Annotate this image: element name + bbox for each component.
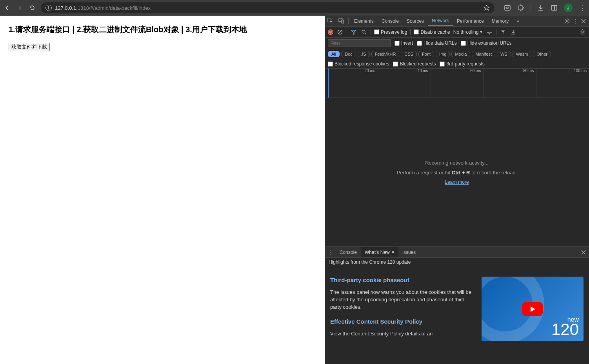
tab-elements[interactable]: Elements — [350, 16, 378, 26]
tab-performance[interactable]: Performance — [453, 16, 488, 26]
disable-cache-checkbox[interactable]: Disable cache — [414, 29, 450, 35]
hide-extension-urls-checkbox[interactable]: Hide extension URLs — [461, 40, 512, 46]
search-icon[interactable] — [360, 29, 367, 36]
timeline-tick: 60 ms — [431, 69, 484, 76]
drawer-tab-console[interactable]: Console — [336, 247, 361, 257]
address-bar[interactable]: i 127.0.0.1:1818/#/admin/data-backfill/i… — [41, 2, 494, 13]
blocked-cookies-checkbox[interactable]: Blocked response cookies — [328, 61, 389, 67]
network-timeline[interactable]: 20 ms 40 ms 60 ms 80 ms 100 ms — [325, 69, 589, 98]
page-title: 1.请求服务端接口 | 2.获取二进制文件流Blob对象 | 3.用户下载到本地 — [9, 24, 316, 35]
timeline-tick: 100 ms — [536, 69, 589, 76]
profile-avatar[interactable]: J — [564, 4, 573, 12]
chip-wasm[interactable]: Wasm — [513, 51, 532, 57]
inspect-element-icon[interactable] — [325, 16, 336, 26]
forward-button[interactable] — [16, 4, 24, 12]
extensions-icon[interactable] — [517, 4, 524, 11]
tab-sources[interactable]: Sources — [403, 16, 428, 26]
drawer-tab-issues[interactable]: Issues — [398, 247, 420, 257]
preserve-log-checkbox[interactable]: Preserve log — [374, 29, 407, 35]
back-button[interactable] — [3, 4, 11, 12]
drawer-body: Third-party cookie phaseout The Issues p… — [325, 267, 589, 364]
side-panel-icon[interactable] — [551, 4, 558, 11]
svg-rect-6 — [342, 20, 344, 23]
separator — [410, 29, 411, 35]
devtools-menu-icon[interactable]: ⋮ — [573, 18, 578, 24]
more-tabs-icon[interactable]: » — [513, 16, 523, 26]
bookmark-star-icon[interactable] — [484, 5, 490, 11]
chip-doc[interactable]: Doc — [341, 51, 356, 57]
page-viewport: 1.请求服务端接口 | 2.获取二进制文件流Blob对象 | 3.用户下载到本地… — [0, 16, 325, 364]
svg-point-7 — [566, 20, 568, 22]
tab-memory[interactable]: Memory — [488, 16, 513, 26]
lens-icon[interactable] — [504, 4, 511, 11]
network-request-list: Recording network activity... Perform a … — [325, 98, 589, 246]
chip-ws[interactable]: WS — [497, 51, 511, 57]
section2-title[interactable]: Effective Content Security Policy — [330, 318, 474, 325]
download-file-button[interactable]: 获取文件并下载 — [9, 43, 50, 51]
chip-js[interactable]: JS — [358, 51, 370, 57]
devtools-drawer: ⋮ Console What's New✕ Issues Highlights … — [325, 246, 589, 364]
drawer-tab-whats-new[interactable]: What's New✕ — [361, 247, 398, 257]
invert-checkbox[interactable]: Invert — [394, 40, 413, 46]
separator — [371, 29, 371, 35]
svg-point-12 — [489, 34, 490, 34]
drawer-menu-icon[interactable]: ⋮ — [325, 247, 336, 257]
filter-type-chips: All Doc JS Fetch/XHR CSS Font Img Media … — [328, 51, 551, 57]
tab-console[interactable]: Console — [378, 16, 403, 26]
third-party-checkbox[interactable]: 3rd-party requests — [440, 61, 484, 67]
chip-other[interactable]: Other — [533, 51, 551, 57]
timeline-tick: 80 ms — [483, 69, 536, 76]
tab-network[interactable]: Network — [428, 16, 453, 26]
recording-hint: Perform a request or hit Ctrl + R to rec… — [397, 170, 517, 176]
svg-rect-0 — [505, 5, 510, 10]
devtools-panel: Elements Console Sources Network Perform… — [325, 16, 589, 364]
export-har-icon[interactable] — [510, 29, 517, 36]
play-icon[interactable] — [522, 302, 543, 316]
import-har-icon[interactable] — [500, 29, 507, 36]
settings-gear-icon[interactable] — [564, 18, 570, 24]
section2-body: View the Content Security Policy details… — [330, 330, 474, 338]
menu-icon[interactable]: ⋮ — [579, 4, 586, 11]
chip-all[interactable]: All — [328, 51, 340, 57]
chip-media[interactable]: Media — [451, 51, 470, 57]
divider — [531, 4, 531, 11]
chrome-actions: J ⋮ — [504, 4, 586, 12]
svg-point-10 — [362, 30, 365, 33]
recording-status: Recording network activity... — [425, 160, 489, 166]
clear-icon[interactable] — [336, 29, 344, 36]
chip-css[interactable]: CSS — [401, 51, 417, 57]
svg-line-11 — [365, 33, 366, 34]
close-devtools-icon[interactable] — [581, 19, 586, 24]
filter-icon[interactable] — [350, 29, 357, 36]
separator — [496, 29, 496, 35]
timeline-tick: 20 ms — [325, 69, 378, 76]
device-toolbar-icon[interactable] — [336, 16, 347, 26]
site-info-icon[interactable]: i — [45, 5, 52, 11]
chip-manifest[interactable]: Manifest — [472, 51, 495, 57]
network-conditions-icon[interactable] — [486, 29, 493, 36]
downloads-icon[interactable] — [537, 4, 544, 11]
reload-button[interactable] — [28, 4, 36, 12]
network-settings-icon[interactable] — [579, 29, 586, 36]
timeline-tick: 40 ms — [378, 69, 431, 76]
close-tab-icon[interactable]: ✕ — [391, 250, 394, 254]
svg-rect-2 — [551, 5, 557, 10]
close-drawer-icon[interactable] — [581, 250, 586, 255]
chip-img[interactable]: Img — [436, 51, 450, 57]
hide-data-urls-checkbox[interactable]: Hide data URLs — [417, 40, 457, 46]
url-text: 127.0.0.1:1818/#/admin/data-backfill/ind… — [55, 5, 480, 11]
network-filter-bar: Invert Hide data URLs Hide extension URL… — [325, 38, 589, 69]
blocked-requests-checkbox[interactable]: Blocked requests — [393, 61, 436, 67]
chip-font[interactable]: Font — [418, 51, 434, 57]
chip-fetch-xhr[interactable]: Fetch/XHR — [371, 51, 400, 57]
section1-title[interactable]: Third-party cookie phaseout — [330, 277, 474, 283]
svg-point-1 — [507, 7, 508, 9]
drawer-tabs: ⋮ Console What's New✕ Issues — [325, 247, 589, 258]
filter-input[interactable] — [328, 39, 391, 47]
video-thumbnail[interactable]: new120 — [482, 277, 584, 341]
browser-toolbar: i 127.0.0.1:1818/#/admin/data-backfill/i… — [0, 0, 589, 16]
record-button[interactable] — [328, 29, 333, 35]
learn-more-link[interactable]: Learn more — [445, 179, 469, 185]
drawer-highlight: Highlights from the Chrome 120 update — [325, 258, 589, 267]
throttling-select[interactable]: No throttling ▼ — [453, 29, 483, 35]
